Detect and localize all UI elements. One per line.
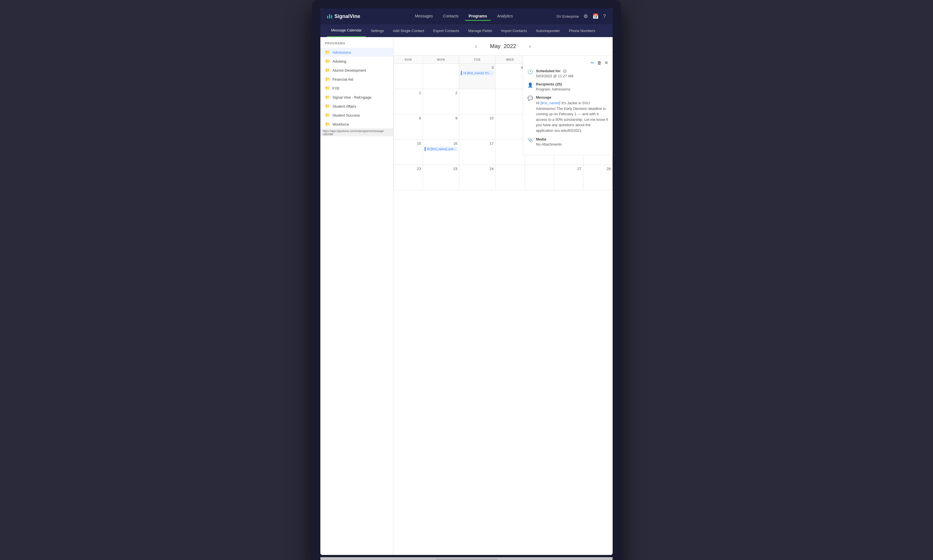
subnav-manage-fields[interactable]: Manage Fields xyxy=(464,24,496,37)
nav-links: Messages Contacts Programs Analytics xyxy=(371,12,556,21)
nav-programs[interactable]: Programs xyxy=(465,12,491,21)
sidebar-item-reengage[interactable]: 📁 Signal Vine - ReEngage xyxy=(320,93,393,102)
message-highlight: [first_name] xyxy=(540,101,559,105)
sidebar-item-student-affairs[interactable]: 📁 Student Affairs xyxy=(320,102,393,111)
subnav-add-contact[interactable]: Add Single Contact xyxy=(389,24,428,37)
cal-cell-10: 10 xyxy=(459,114,496,140)
scheduled-help-icon[interactable]: ? xyxy=(563,69,567,73)
help-icon[interactable]: ? xyxy=(603,14,606,19)
cal-cell-empty-13 xyxy=(525,165,554,190)
subnav-autoresponder[interactable]: Autoresponder xyxy=(532,24,564,37)
cal-cell-24: 24 xyxy=(459,165,496,190)
nav-analytics[interactable]: Analytics xyxy=(493,12,517,21)
popup-recipients-value: Program: Admissions xyxy=(536,87,570,91)
sidebar-item-advising[interactable]: 📁 Advising xyxy=(320,57,393,66)
folder-icon-workforce: 📁 xyxy=(325,122,330,127)
cal-event-3[interactable]: Hi [first_name]! It's ... xyxy=(461,71,493,75)
sidebar-item-fye[interactable]: 📁 FYE xyxy=(320,84,393,93)
nav-messages[interactable]: Messages xyxy=(411,12,437,21)
prev-month-button[interactable]: ‹ xyxy=(473,42,479,50)
folder-icon-advising: 📁 xyxy=(325,59,330,64)
nav-contacts[interactable]: Contacts xyxy=(439,12,462,21)
top-navigation: SignalVine Messages Contacts Programs An… xyxy=(320,8,613,24)
subnav-settings[interactable]: Settings xyxy=(367,24,388,37)
main-content: PROGRAMS 📁 Admissions 📁 Advising 📁 Alumn… xyxy=(320,37,613,555)
day-header-tue: TUE xyxy=(459,55,496,64)
sidebar-label-fye: FYE xyxy=(333,86,339,91)
calendar-title: May 2022 xyxy=(485,43,521,49)
popup-message-label: Message xyxy=(536,95,608,100)
cal-cell-2: 2 xyxy=(423,89,459,114)
sidebar-label-workforce: Workforce xyxy=(333,122,349,126)
popup-scheduled-label: Scheduled for: ? xyxy=(536,69,573,73)
media-icon: 📎 xyxy=(528,137,533,143)
popup-scheduled-content: Scheduled for: ? 5/03/2022 @ 11:27 AM xyxy=(536,69,573,78)
popup-media-label: Media xyxy=(536,137,562,142)
day-header-sun: SUN xyxy=(394,55,423,64)
close-popup-button[interactable]: ✕ xyxy=(605,60,608,65)
day-header-wed: WED xyxy=(496,55,525,64)
cal-event-16[interactable]: Hi [first_name], just... xyxy=(425,147,457,151)
logo-icon xyxy=(327,14,332,18)
logo-bar-1 xyxy=(327,16,328,18)
cal-cell-empty-4 xyxy=(496,89,525,114)
cal-cell-15: 15 xyxy=(394,140,423,165)
cal-cell-empty-10 xyxy=(496,140,525,165)
delete-event-button[interactable]: 🗑 xyxy=(597,60,602,65)
sidebar-label-student-affairs: Student Affairs xyxy=(333,104,356,108)
cal-cell-8: 8 xyxy=(394,114,423,140)
settings-icon[interactable]: ⚙ xyxy=(584,13,588,19)
folder-icon-student-affairs: 📁 xyxy=(325,104,330,109)
popup-recipients-content: Recipients (25) Program: Admissions xyxy=(536,82,570,91)
message-icon: 💬 xyxy=(528,95,533,101)
sub-navigation: Message Calendar Settings Add Single Con… xyxy=(320,24,613,37)
cal-day-3: 3 xyxy=(461,65,493,71)
popup-scheduled-value: 5/03/2022 @ 11:27 AM xyxy=(536,74,573,78)
url-text: https://app.signalvine.com/sv/programs/m… xyxy=(323,129,385,136)
laptop-frame: SignalVine Messages Contacts Programs An… xyxy=(312,0,621,560)
sidebar-item-workforce[interactable]: 📁 Workforce xyxy=(320,120,393,129)
edit-event-button[interactable]: ✏ xyxy=(591,60,594,65)
person-icon: 👤 xyxy=(528,82,533,88)
folder-icon-reengage: 📁 xyxy=(325,95,330,100)
calendar-icon[interactable]: 📅 xyxy=(593,13,599,19)
cal-cell-23: 23 xyxy=(423,165,459,190)
calendar-header: ‹ May 2022 › xyxy=(393,37,613,55)
cal-cell-3[interactable]: 3 Hi [first_name]! It's ... xyxy=(459,64,496,89)
subnav-export-contacts[interactable]: Export Contacts xyxy=(429,24,463,37)
popup-media-content: Media No Attachments xyxy=(536,137,562,146)
subnav-message-calendar[interactable]: Message Calendar xyxy=(327,24,366,37)
next-month-button[interactable]: › xyxy=(527,42,533,50)
calendar-area: ‹ May 2022 › SUN MON TUE WED THU FRI xyxy=(393,37,613,555)
folder-icon-admissions: 📁 xyxy=(325,50,330,55)
cal-cell-empty-12 xyxy=(496,165,525,190)
popup-media-row: 📎 Media No Attachments xyxy=(528,137,608,146)
folder-icon-alumni: 📁 xyxy=(325,68,330,73)
clock-icon: 🕐 xyxy=(528,69,533,74)
sidebar-label-reengage: Signal Vine - ReEngage xyxy=(333,95,371,100)
cal-cell-empty-3 xyxy=(459,89,496,114)
popup-message-text: Hi [first_name]! It's Jackie in SVU Admi… xyxy=(536,100,608,133)
logo-text: SignalVine xyxy=(334,14,360,19)
sidebar-item-financial-aid[interactable]: 📁 Financial Aid xyxy=(320,75,393,84)
trackpad[interactable] xyxy=(436,558,497,560)
subnav-phone-numbers[interactable]: Phone Numbers xyxy=(565,24,599,37)
sidebar-item-admissions[interactable]: 📁 Admissions xyxy=(320,48,393,57)
logo: SignalVine xyxy=(327,14,360,19)
cal-cell-empty-2 xyxy=(423,64,459,89)
sidebar-item-alumni[interactable]: 📁 Alumni Development xyxy=(320,66,393,75)
day-header-mon: MON xyxy=(423,55,459,64)
cal-cell-empty-1 xyxy=(394,64,423,89)
sidebar-label-alumni: Alumni Development xyxy=(333,68,366,72)
sidebar-item-student-success[interactable]: 📁 Student Success xyxy=(320,111,393,120)
popup-message-content: Message Hi [first_name]! It's Jackie in … xyxy=(536,95,608,133)
cal-cell-9: 9 xyxy=(423,114,459,140)
logo-bar-3 xyxy=(331,15,332,18)
cal-cell-16[interactable]: 16 Hi [first_name], just... xyxy=(423,140,459,165)
folder-icon-fye: 📁 xyxy=(325,86,330,91)
cal-cell-28: 28 xyxy=(584,165,613,190)
sidebar-label-student-success: Student Success xyxy=(333,113,360,117)
subnav-import-contacts[interactable]: Import Contacts xyxy=(497,24,531,37)
popup-media-value: No Attachments xyxy=(536,142,562,146)
cal-cell-4: 4 xyxy=(496,64,525,89)
